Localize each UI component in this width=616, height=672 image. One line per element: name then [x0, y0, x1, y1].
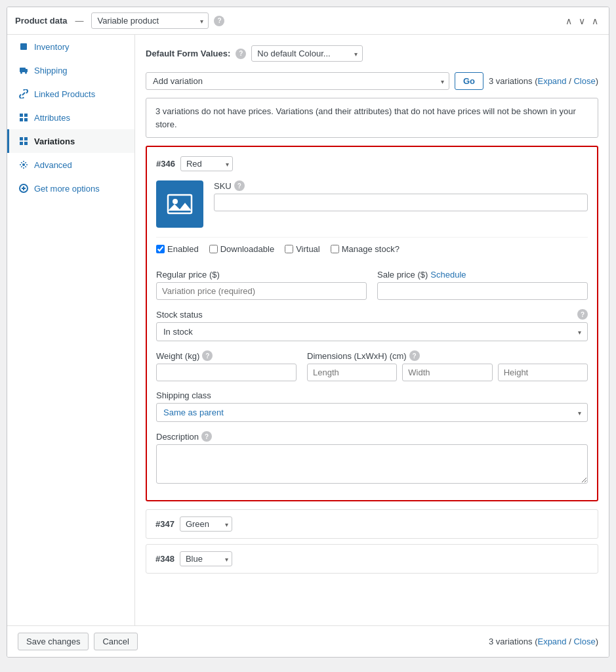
stock-status-select[interactable]: In stock Out of stock On backorder	[156, 322, 588, 341]
add-variation-select[interactable]: Add variation	[146, 72, 449, 90]
footer-expand-link[interactable]: Expand	[537, 637, 566, 646]
variation-346-header: #346 Red Green Blue ▾	[156, 156, 588, 171]
length-input[interactable]	[307, 364, 397, 381]
variation-346-id: #346	[156, 159, 175, 169]
dimensions-help-icon[interactable]: ?	[409, 350, 420, 361]
default-form-help-icon[interactable]: ?	[236, 49, 246, 59]
variation-346-weight-dim-row: Weight (kg) ? Dimensions (LxWxH) (cm) ?	[156, 350, 588, 381]
virtual-checkbox[interactable]	[285, 245, 293, 253]
sidebar-label-variations: Variations	[34, 136, 75, 146]
prev-arrow-button[interactable]: ∧	[563, 14, 575, 28]
next-arrow-button[interactable]: ∨	[576, 14, 588, 28]
variation-346-checkboxes: Enabled Downloadable Virtual Manage	[156, 237, 588, 261]
svg-rect-5	[20, 114, 23, 117]
stock-status-label-row: Stock status ?	[156, 309, 588, 320]
sale-price-label-row: Sale price ($) Schedule	[377, 270, 588, 280]
notice-box: 3 variations do not have prices. Variati…	[146, 98, 598, 138]
sku-help-icon[interactable]: ?	[234, 180, 245, 191]
sidebar-label-get-more-options: Get more options	[34, 184, 100, 194]
default-form-values-row: Default Form Values: ? No default Colour…	[146, 45, 598, 62]
manage-stock-checkbox[interactable]	[331, 245, 339, 253]
sidebar-item-shipping[interactable]: Shipping	[7, 58, 134, 82]
sidebar-label-attributes: Attributes	[34, 113, 70, 123]
colour-select-wrapper: No default Colour... ▾	[251, 45, 363, 62]
shipping-class-select-wrapper: Same as parent ▾	[156, 403, 588, 422]
variation-346-colour-select[interactable]: Red Green Blue	[180, 156, 233, 171]
svg-rect-12	[24, 142, 28, 145]
footer-close-link[interactable]: Close	[573, 637, 595, 646]
svg-rect-7	[20, 118, 23, 121]
sidebar: Inventory Shipping Linked Products	[7, 35, 135, 625]
go-button[interactable]: Go	[455, 72, 483, 90]
variation-346: #346 Red Green Blue ▾	[146, 146, 598, 501]
variation-347[interactable]: #347 Green Red Blue ▾	[146, 509, 598, 539]
expand-arrow-button[interactable]: ∧	[589, 14, 601, 28]
description-label: Description ?	[156, 431, 588, 442]
stock-help-icon[interactable]: ?	[577, 309, 588, 320]
variation-348-colour-wrapper: Blue Red Green ▾	[180, 551, 232, 566]
svg-point-4	[25, 72, 27, 74]
variations-grid-icon	[18, 136, 29, 146]
variation-346-price-row: Regular price ($) Sale price ($) Schedul…	[156, 270, 588, 300]
regular-price-input[interactable]	[156, 282, 367, 300]
sidebar-item-advanced[interactable]: Advanced	[7, 153, 134, 177]
weight-help-icon[interactable]: ?	[202, 350, 213, 361]
variation-346-image[interactable]	[156, 180, 203, 228]
sidebar-label-inventory: Inventory	[34, 42, 69, 52]
variation-346-stock-row: Stock status ? In stock Out of stock On …	[156, 309, 588, 341]
svg-rect-11	[20, 142, 23, 145]
description-textarea[interactable]	[156, 444, 588, 484]
product-type-select[interactable]: Variable product Simple product Grouped …	[91, 12, 209, 29]
enabled-checkbox[interactable]	[156, 245, 165, 253]
sidebar-item-get-more-options[interactable]: Get more options	[7, 177, 134, 200]
height-input[interactable]	[498, 364, 588, 381]
enabled-checkbox-label[interactable]: Enabled	[156, 244, 199, 254]
variation-347-colour-wrapper: Green Red Blue ▾	[180, 516, 232, 532]
manage-stock-checkbox-label[interactable]: Manage stock?	[331, 244, 400, 254]
product-type-help-icon[interactable]: ?	[214, 16, 224, 26]
variation-346-colour-wrapper: Red Green Blue ▾	[180, 156, 233, 171]
width-input[interactable]	[402, 364, 492, 381]
variation-348-colour-select[interactable]: Blue Red Green	[180, 551, 232, 566]
shipping-class-select[interactable]: Same as parent	[156, 403, 588, 422]
variation-347-colour-select[interactable]: Green Red Blue	[180, 516, 232, 532]
dimensions-col: Dimensions (LxWxH) (cm) ?	[307, 350, 588, 381]
variation-346-image-sku-row: SKU ?	[156, 180, 588, 228]
sidebar-item-inventory[interactable]: Inventory	[7, 35, 134, 58]
downloadable-checkbox[interactable]	[209, 245, 218, 253]
regular-price-col: Regular price ($)	[156, 270, 367, 300]
close-link[interactable]: Close	[573, 76, 595, 86]
link-icon	[18, 89, 29, 99]
sidebar-item-attributes[interactable]: Attributes	[7, 106, 134, 129]
default-colour-select[interactable]: No default Colour...	[251, 45, 363, 62]
add-variation-row: Add variation ▾ Go 3 variations (Expand …	[146, 72, 598, 90]
sku-label: SKU ?	[214, 180, 588, 191]
stock-status-select-wrapper: In stock Out of stock On backorder ▾	[156, 322, 588, 341]
virtual-checkbox-label[interactable]: Virtual	[285, 244, 320, 254]
header-navigation-arrows: ∧ ∨ ∧	[563, 14, 601, 28]
save-changes-button[interactable]: Save changes	[18, 633, 89, 650]
truck-icon	[18, 65, 29, 75]
weight-col: Weight (kg) ?	[156, 350, 297, 381]
downloadable-checkbox-label[interactable]: Downloadable	[209, 244, 274, 254]
add-variation-select-wrapper: Add variation ▾	[146, 72, 449, 90]
sidebar-item-variations[interactable]: Variations	[7, 129, 134, 153]
svg-point-13	[22, 163, 25, 166]
sidebar-item-linked-products[interactable]: Linked Products	[7, 82, 134, 106]
cancel-button[interactable]: Cancel	[94, 633, 137, 650]
diamond-icon	[18, 41, 29, 52]
downloadable-label: Downloadable	[220, 244, 274, 254]
variation-348[interactable]: #348 Blue Red Green ▾	[146, 544, 598, 574]
sale-price-input[interactable]	[377, 282, 588, 300]
regular-price-label: Regular price ($)	[156, 270, 367, 280]
sidebar-label-linked-products: Linked Products	[34, 89, 95, 99]
weight-input[interactable]	[156, 364, 297, 381]
schedule-link[interactable]: Schedule	[430, 270, 466, 280]
svg-point-16	[173, 199, 178, 204]
sku-input[interactable]	[214, 194, 588, 211]
expand-link[interactable]: Expand	[537, 76, 566, 86]
shipping-class-label: Shipping class	[156, 390, 588, 400]
svg-rect-10	[24, 137, 28, 140]
description-help-icon[interactable]: ?	[201, 431, 212, 442]
variations-count: 3 variations (Expand / Close)	[489, 76, 598, 86]
